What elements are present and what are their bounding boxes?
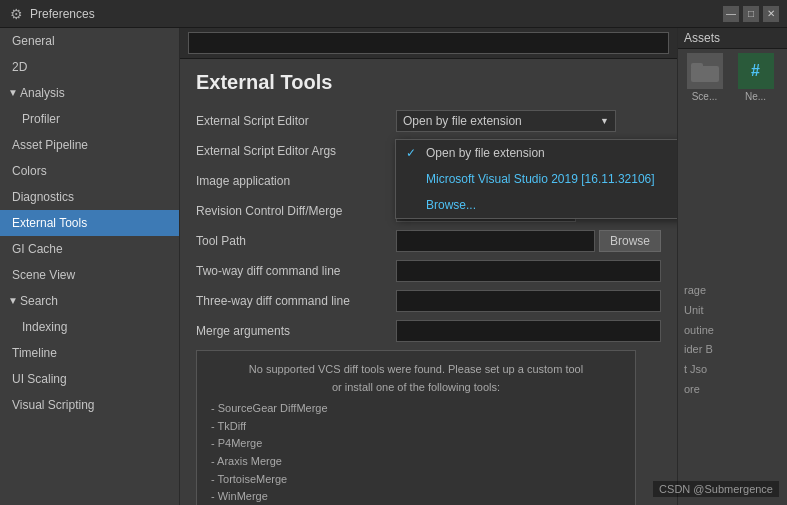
tool-path-input[interactable] — [396, 230, 595, 252]
sidebar-item-gi-cache[interactable]: GI Cache — [0, 236, 179, 262]
tool-item-5: - TortoiseMerge — [211, 471, 621, 489]
external-script-editor-control: Open by file extension ▼ — [396, 110, 661, 132]
sidebar-item-general[interactable]: General — [0, 28, 179, 54]
preferences-icon: ⚙ — [8, 6, 24, 22]
dropdown-item-visual-studio[interactable]: Microsoft Visual Studio 2019 [16.11.3210… — [396, 166, 677, 192]
three-way-diff-label: Three-way diff command line — [196, 294, 396, 308]
external-script-editor-row: External Script Editor Open by file exte… — [196, 110, 661, 132]
two-way-diff-row: Two-way diff command line — [196, 260, 661, 282]
info-box-tools: - SourceGear DiffMerge - TkDiff - P4Merg… — [211, 400, 621, 505]
dropdown-item-browse[interactable]: Browse... — [396, 192, 677, 218]
search-bar — [180, 28, 677, 59]
asset-label-scene: Sce... — [692, 91, 718, 102]
tool-path-row: Tool Path Browse — [196, 230, 661, 252]
chevron-down-icon: ▼ — [600, 116, 609, 126]
three-way-diff-control — [396, 290, 661, 312]
three-way-diff-row: Three-way diff command line — [196, 290, 661, 312]
tool-item-2: - TkDiff — [211, 418, 621, 436]
sidebar-item-2d[interactable]: 2D — [0, 54, 179, 80]
list-item-rage: rage — [684, 281, 781, 301]
maximize-button[interactable]: □ — [743, 6, 759, 22]
merge-arguments-label: Merge arguments — [196, 324, 396, 338]
right-panel-list: rage Unit outine ider B t Jso ore — [678, 277, 787, 505]
tool-item-3: - P4Merge — [211, 435, 621, 453]
minimize-button[interactable]: — — [723, 6, 739, 22]
two-way-diff-control — [396, 260, 661, 282]
list-item-rider: ider B — [684, 340, 781, 360]
asset-label-ne: Ne... — [745, 91, 766, 102]
sidebar-item-scene-view[interactable]: Scene View — [0, 262, 179, 288]
info-box: No supported VCS diff tools were found. … — [196, 350, 636, 505]
sidebar-item-timeline[interactable]: Timeline — [0, 340, 179, 366]
asset-item-scene[interactable]: Sce... — [682, 53, 727, 102]
external-script-editor-label: External Script Editor — [196, 114, 396, 128]
title-bar: ⚙ Preferences — □ ✕ — [0, 0, 787, 28]
browse-button[interactable]: Browse — [599, 230, 661, 252]
list-item-json: t Jso — [684, 360, 781, 380]
tool-path-label: Tool Path — [196, 234, 396, 248]
search-input[interactable] — [188, 32, 669, 54]
merge-arguments-control — [396, 320, 661, 342]
dropdown-item-label-1: Open by file extension — [426, 146, 545, 160]
sidebar-item-colors[interactable]: Colors — [0, 158, 179, 184]
folder-icon — [687, 53, 723, 89]
external-script-editor-args-label: External Script Editor Args — [196, 144, 396, 158]
asset-item-ne[interactable]: # Ne... — [733, 53, 778, 102]
tool-item-4: - Araxis Merge — [211, 453, 621, 471]
sidebar-item-visual-scripting[interactable]: Visual Scripting — [0, 392, 179, 418]
two-way-diff-input[interactable] — [396, 260, 661, 282]
two-way-diff-label: Two-way diff command line — [196, 264, 396, 278]
close-button[interactable]: ✕ — [763, 6, 779, 22]
external-script-editor-select[interactable]: Open by file extension ▼ — [396, 110, 616, 132]
tool-item-1: - SourceGear DiffMerge — [211, 400, 621, 418]
window-title: Preferences — [30, 7, 723, 21]
dropdown-item-open-by-extension[interactable]: ✓ Open by file extension — [396, 140, 677, 166]
svg-rect-1 — [691, 63, 703, 69]
sidebar-item-diagnostics[interactable]: Diagnostics — [0, 184, 179, 210]
merge-arguments-row: Merge arguments — [196, 320, 661, 342]
content-panel: External Tools External Script Editor Op… — [180, 59, 677, 505]
sidebar-item-ui-scaling[interactable]: UI Scaling — [0, 366, 179, 392]
sidebar-item-asset-pipeline[interactable]: Asset Pipeline — [0, 132, 179, 158]
check-icon: ✓ — [406, 146, 422, 160]
sidebar-item-indexing[interactable]: Indexing — [0, 314, 179, 340]
tool-item-6: - WinMerge — [211, 488, 621, 505]
window-controls: — □ ✕ — [723, 6, 779, 22]
sidebar-item-external-tools[interactable]: External Tools — [0, 210, 179, 236]
list-item-outine: outine — [684, 321, 781, 341]
list-item-unit: Unit — [684, 301, 781, 321]
image-application-label: Image application — [196, 174, 396, 188]
watermark: CSDN @Submergence — [677, 481, 779, 497]
assets-header: Assets — [678, 28, 787, 49]
page-title: External Tools — [196, 71, 661, 94]
sidebar-group-search[interactable]: ▼Search — [0, 288, 179, 314]
select-value: Open by file extension — [403, 114, 522, 128]
sidebar-item-profiler[interactable]: Profiler — [0, 106, 179, 132]
tool-path-control: Browse — [396, 230, 661, 252]
sidebar: General 2D ▼Analysis Profiler Asset Pipe… — [0, 28, 180, 505]
dropdown-menu: ✓ Open by file extension Microsoft Visua… — [395, 139, 677, 219]
revision-control-label: Revision Control Diff/Merge — [196, 204, 396, 218]
right-panel: Assets Sce... # Ne... rage Unit outine i… — [677, 28, 787, 505]
sidebar-group-analysis[interactable]: ▼Analysis — [0, 80, 179, 106]
content-area: External Tools External Script Editor Op… — [180, 28, 677, 505]
info-box-title: No supported VCS diff tools were found. … — [211, 361, 621, 396]
hash-icon: # — [738, 53, 774, 89]
assets-body: Sce... # Ne... — [678, 49, 787, 277]
dropdown-item-label-3: Browse... — [426, 198, 476, 212]
three-way-diff-input[interactable] — [396, 290, 661, 312]
list-item-ore: ore — [684, 380, 781, 400]
dropdown-item-label-2: Microsoft Visual Studio 2019 [16.11.3210… — [426, 172, 655, 186]
merge-arguments-input[interactable] — [396, 320, 661, 342]
